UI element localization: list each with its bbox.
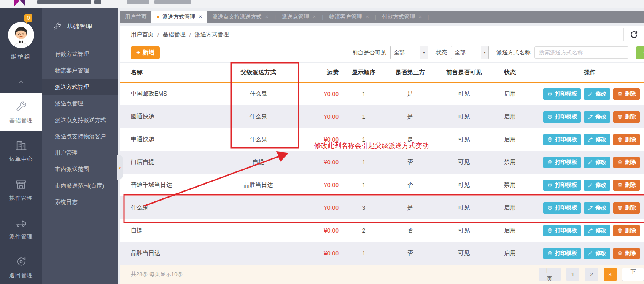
avatar[interactable] xyxy=(8,22,34,48)
cell-actions: 打印模板 修改 删除 xyxy=(536,111,644,123)
cell-name: 申通快递 xyxy=(120,136,221,143)
tab[interactable]: 派送点支持派送方式 xyxy=(207,11,273,23)
delete-button[interactable]: 删除 xyxy=(613,111,640,123)
print-template-button[interactable]: 打印模板 xyxy=(543,248,581,259)
search-input[interactable] xyxy=(534,46,628,59)
submenu-item[interactable]: 用户管理 xyxy=(42,145,118,161)
print-template-button[interactable]: 打印模板 xyxy=(543,202,581,214)
submenu-item[interactable]: 派送方式管理 xyxy=(42,79,118,95)
edit-button[interactable]: 修改 xyxy=(584,111,610,123)
edit-button[interactable]: 修改 xyxy=(584,157,610,168)
column-header: 显示顺序 xyxy=(344,69,384,76)
front-visible-select[interactable]: 全部 xyxy=(390,46,428,59)
breadcrumb-part[interactable]: 基础管理 xyxy=(163,31,186,38)
pencil-icon xyxy=(587,182,593,188)
print-template-button[interactable]: 打印模板 xyxy=(543,111,581,123)
prev-page-button[interactable]: 上一页 xyxy=(539,268,561,281)
tab-close-icon[interactable] xyxy=(313,14,316,19)
column-header: 操作 xyxy=(536,69,644,76)
print-template-button[interactable]: 打印模板 xyxy=(543,134,581,145)
delete-button[interactable]: 删除 xyxy=(613,157,640,168)
submenu-item[interactable]: 市内派送范围 xyxy=(42,161,118,177)
tab[interactable]: 派送点管理 xyxy=(277,11,321,23)
cell-name: 圆通快递 xyxy=(120,113,221,121)
cell-actions: 打印模板 修改 删除 xyxy=(536,225,644,236)
print-template-button[interactable]: 打印模板 xyxy=(543,180,581,191)
cell-actions: 打印模板 修改 删除 xyxy=(536,134,644,145)
tab[interactable]: 用户首页 xyxy=(120,11,151,23)
delete-button[interactable]: 删除 xyxy=(613,248,640,259)
edit-button[interactable]: 修改 xyxy=(584,248,610,259)
delete-button[interactable]: 删除 xyxy=(613,134,640,145)
delete-button[interactable]: 删除 xyxy=(613,88,640,100)
cell-front-visible: 可见 xyxy=(437,249,491,257)
tab-wrap: 用户首页 | xyxy=(120,11,151,23)
rail-item[interactable]: 退回管理 xyxy=(0,248,42,284)
page-button[interactable]: 3 xyxy=(604,268,617,281)
breadcrumb-part[interactable]: 派送方式管理 xyxy=(195,31,229,38)
edit-button[interactable]: 修改 xyxy=(584,134,610,145)
rail-collapse-up[interactable] xyxy=(0,77,42,88)
trash-icon xyxy=(617,182,623,188)
edit-button[interactable]: 修改 xyxy=(584,202,610,214)
cell-display-order: 1 xyxy=(344,250,384,257)
logo-text-fragment xyxy=(37,0,91,4)
table-row: 品胜当日达 ¥0.00 1 否 可见 启用 打印模板 修改 删除 xyxy=(120,242,644,265)
cell-parent-method: 什么鬼 xyxy=(221,90,295,98)
panel-collapse-handle[interactable] xyxy=(117,155,123,180)
cell-status: 启用 xyxy=(491,227,536,234)
edit-button[interactable]: 修改 xyxy=(584,88,610,100)
printer-icon xyxy=(547,250,553,256)
tab-close-icon[interactable] xyxy=(199,14,202,19)
submenu-item[interactable]: 派送点支持物流客户 xyxy=(42,128,118,145)
submenu-item[interactable]: 付款方式管理 xyxy=(42,46,118,62)
tab-close-icon[interactable] xyxy=(365,14,369,19)
rail-item[interactable]: 运单中心 xyxy=(0,131,42,170)
add-button-label: 新增 xyxy=(143,49,154,56)
print-template-button[interactable]: 打印模板 xyxy=(543,88,581,100)
delete-button[interactable]: 删除 xyxy=(613,180,640,191)
tab-label: 派送点支持派送方式 xyxy=(212,13,261,21)
column-header: 状态 xyxy=(491,69,536,76)
breadcrumb-part[interactable]: 用户首页 xyxy=(131,31,154,38)
add-button[interactable]: 新增 xyxy=(131,46,160,59)
breadcrumb-bar: 用户首页 / 基础管理 / 派送方式管理 xyxy=(120,26,644,43)
submenu-item[interactable]: 派送点支持派送方式 xyxy=(42,112,118,128)
rail-item[interactable]: 揽件管理 xyxy=(0,170,42,209)
plus-icon xyxy=(136,48,140,57)
status-select[interactable]: 全部 xyxy=(451,46,489,59)
tab-label: 派送方式管理 xyxy=(162,13,195,21)
rail-item-label: 退回管理 xyxy=(9,272,33,279)
cell-fee: ¥0.00 xyxy=(295,91,344,97)
submenu-item[interactable]: 派送点管理 xyxy=(42,95,118,112)
trash-icon xyxy=(617,228,623,233)
tab[interactable]: 派送方式管理 xyxy=(151,11,207,23)
submenu-item[interactable]: 系统日志 xyxy=(42,194,118,210)
rail-item[interactable]: 派件管理 xyxy=(0,209,42,248)
next-page-button[interactable]: 下一页 xyxy=(622,268,644,281)
page-button[interactable]: 1 xyxy=(566,268,579,281)
print-template-button[interactable]: 打印模板 xyxy=(543,157,581,168)
edit-button[interactable]: 修改 xyxy=(584,180,610,191)
tab[interactable]: 物流客户管理 xyxy=(324,11,373,23)
tab-close-icon[interactable] xyxy=(418,14,422,19)
submenu-item[interactable]: 物流客户管理 xyxy=(42,62,118,79)
tab-close-icon[interactable] xyxy=(265,14,268,19)
cell-actions: 打印模板 修改 删除 xyxy=(536,157,644,168)
cell-name: 自提 xyxy=(120,227,221,234)
pencil-icon xyxy=(587,137,593,142)
page-button[interactable]: 2 xyxy=(585,268,598,281)
tab-wrap: 派送点支持派送方式 | xyxy=(207,11,277,23)
edit-button[interactable]: 修改 xyxy=(584,225,610,236)
rail-item[interactable]: 基础管理 xyxy=(0,93,42,131)
tab[interactable]: 付款方式管理 xyxy=(377,11,426,23)
print-template-button[interactable]: 打印模板 xyxy=(543,225,581,236)
refresh-button[interactable] xyxy=(629,30,639,40)
submenu-item[interactable]: 市内派送范围(百度) xyxy=(42,177,118,194)
delete-button[interactable]: 删除 xyxy=(613,202,640,214)
cell-status: 启用 xyxy=(491,136,536,143)
search-button[interactable]: 查询 xyxy=(636,46,644,59)
pencil-icon xyxy=(587,250,593,256)
submenu-panel: 基础管理 付款方式管理 物流客户管理 派送方式管理 派送点管理 派送点支持派送方… xyxy=(42,8,118,284)
delete-button[interactable]: 删除 xyxy=(613,225,640,236)
